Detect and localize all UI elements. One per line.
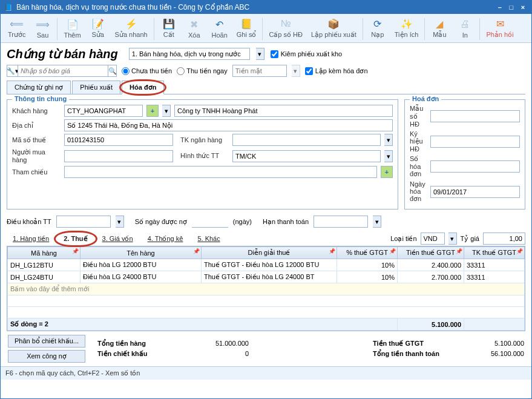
save-button[interactable]: 💾Cất bbox=[157, 16, 181, 40]
bank-label: TK ngân hàng bbox=[180, 136, 229, 143]
paytype-input[interactable] bbox=[232, 150, 381, 162]
days-input[interactable] bbox=[192, 216, 228, 228]
inv-no-input[interactable] bbox=[430, 160, 520, 173]
with-stockout-checkbox[interactable]: Kiêm phiếu xuất kho bbox=[271, 50, 342, 58]
days-unit: (ngày) bbox=[233, 218, 252, 225]
customer-name-input[interactable] bbox=[174, 105, 393, 117]
invoice-no-button[interactable]: №Cấp số HĐ bbox=[265, 16, 306, 40]
rate-input[interactable] bbox=[483, 232, 525, 245]
search-input[interactable] bbox=[18, 65, 108, 77]
arrow-right-icon: ⟹ bbox=[36, 18, 48, 30]
undo-button[interactable]: ↶Hoãn bbox=[208, 17, 232, 40]
taxcode-label: Mã số thuế bbox=[12, 136, 61, 144]
wand-icon: ✨ bbox=[401, 18, 413, 30]
terms-label: Điều khoản TT bbox=[7, 218, 51, 226]
col-taxdesc[interactable]: Diễn giải thuế📌 bbox=[202, 247, 337, 259]
col-name[interactable]: Tên hàng📌 bbox=[80, 247, 202, 259]
due-label: Hạn thanh toán bbox=[263, 218, 309, 226]
customer-code-input[interactable] bbox=[64, 105, 143, 117]
prev-button[interactable]: ⟸Trước bbox=[4, 16, 29, 40]
template-button[interactable]: ◢Mẫu bbox=[427, 16, 452, 40]
vat-label: Tiền thuế GTGT bbox=[373, 340, 445, 348]
quickedit-button[interactable]: ⚡Sửa nhanh bbox=[111, 16, 151, 40]
inv-date-label: Ngày hóa đơn bbox=[410, 180, 427, 203]
buyer-label: Người mua hàng bbox=[12, 148, 61, 163]
next-button[interactable]: ⟹Sau bbox=[30, 17, 54, 40]
tab-stats[interactable]: 4. Thống kê bbox=[142, 233, 189, 245]
terms-input[interactable] bbox=[56, 216, 111, 228]
tab-invoice[interactable]: Hóa đơn bbox=[122, 81, 164, 94]
sale-type-combo[interactable] bbox=[129, 48, 250, 60]
wrench-icon[interactable]: 🔧▾ bbox=[7, 65, 18, 77]
tab-other[interactable]: 5. Khác bbox=[191, 233, 226, 244]
col-vatamt[interactable]: Tiền thuế GTGT📌 bbox=[398, 247, 464, 259]
tab-debit-voucher[interactable]: Chứng từ ghi nợ bbox=[7, 81, 71, 94]
stockout-button[interactable]: 📦Lập phiếu xuất bbox=[307, 16, 360, 40]
invoice-legend: Hoá đơn bbox=[410, 95, 441, 103]
app-icon: 📘 bbox=[4, 4, 13, 12]
tax-grid[interactable]: Mã hàng📌 Tên hàng📌 Diễn giải thuế📌 % thu… bbox=[7, 246, 525, 331]
close-button[interactable]: × bbox=[518, 4, 528, 11]
inv-template-input[interactable] bbox=[430, 110, 520, 122]
customer-dropdown[interactable]: ▾ bbox=[162, 105, 171, 117]
refresh-icon: ⟳ bbox=[372, 18, 384, 30]
plus-doc-icon: 📄 bbox=[67, 18, 79, 30]
feedback-button[interactable]: ✉Phản hồi bbox=[482, 16, 517, 40]
taxcode-input[interactable] bbox=[64, 134, 173, 146]
col-vatpct[interactable]: % thuế GTGT📌 bbox=[337, 247, 398, 259]
bank-input[interactable] bbox=[232, 134, 381, 146]
general-legend: Thông tin chung bbox=[12, 95, 69, 102]
with-invoice-checkbox[interactable]: Lập kèm hóa đơn bbox=[305, 67, 368, 75]
paytype-dropdown[interactable]: ▾ bbox=[384, 150, 393, 162]
reference-input[interactable] bbox=[64, 166, 377, 178]
col-code[interactable]: Mã hàng📌 bbox=[8, 247, 80, 259]
tab-tax[interactable]: 2. Thuế bbox=[57, 233, 93, 245]
add-button[interactable]: 📄Thêm bbox=[60, 17, 84, 40]
total-goods-value: 51.000.000 bbox=[176, 340, 249, 348]
search-button[interactable]: 🔍▾ bbox=[108, 65, 117, 77]
print-button[interactable]: 🖨In bbox=[453, 17, 477, 40]
distribute-discount-button[interactable]: Phân bổ chiết khấu... bbox=[8, 335, 85, 348]
minimize-button[interactable]: – bbox=[495, 4, 505, 11]
grid-empty-row bbox=[8, 307, 525, 318]
grid-new-row[interactable]: Bấm vào đây để thêm mới bbox=[8, 283, 525, 295]
invoice-box: Hoá đơn Mẫu số HĐ Ký hiệu HĐ Số hóa đơn … bbox=[404, 99, 525, 209]
grid-row[interactable]: DH_LG24BTUĐiều hòa LG 24000 BTUThuế GTGT… bbox=[8, 271, 525, 283]
buyer-input[interactable] bbox=[64, 150, 173, 162]
edit-button[interactable]: 📝Sửa bbox=[86, 16, 110, 40]
number-icon: № bbox=[280, 18, 292, 30]
maximize-button[interactable]: □ bbox=[507, 4, 516, 11]
grid-row[interactable]: DH_LG12BTUĐiều hòa LG 12000 BTUThuế GTGT… bbox=[8, 259, 525, 271]
currency-dropdown[interactable]: ▾ bbox=[448, 232, 457, 245]
grand-total-value: 56.100.000 bbox=[452, 350, 524, 358]
triangle-icon: ◢ bbox=[433, 18, 445, 30]
inv-date-input[interactable] bbox=[430, 186, 520, 198]
flash-edit-icon: ⚡ bbox=[125, 18, 137, 30]
view-receivable-button[interactable]: Xem công nợ bbox=[8, 350, 85, 363]
grand-total-label: Tổng tiền thanh toán bbox=[373, 350, 445, 358]
edit-doc-icon: 📝 bbox=[92, 18, 104, 30]
due-dropdown[interactable]: ▾ bbox=[373, 216, 381, 228]
add-reference-button[interactable]: + bbox=[381, 166, 393, 178]
inv-symbol-input[interactable] bbox=[430, 136, 520, 148]
utility-button[interactable]: ✨Tiện ích bbox=[391, 16, 422, 40]
delete-button[interactable]: ✖Xóa bbox=[182, 17, 206, 40]
tab-goods[interactable]: 1. Hàng tiền bbox=[7, 233, 55, 245]
tab-stock-out[interactable]: Phiếu xuất bbox=[72, 81, 120, 94]
due-input[interactable] bbox=[314, 216, 368, 228]
not-paid-radio[interactable]: Chưa thu tiền bbox=[122, 67, 172, 75]
currency-input[interactable] bbox=[421, 232, 445, 245]
address-input[interactable] bbox=[64, 119, 393, 131]
paid-now-radio[interactable]: Thu tiền ngay bbox=[177, 67, 228, 75]
bank-dropdown[interactable]: ▾ bbox=[384, 134, 393, 146]
add-customer-button[interactable]: + bbox=[146, 105, 159, 117]
terms-dropdown[interactable]: ▾ bbox=[116, 216, 124, 228]
tab-cogs[interactable]: 3. Giá vốn bbox=[96, 233, 139, 245]
grid-total-row: Số dòng = 25.100.000 bbox=[8, 318, 525, 331]
inv-template-label: Mẫu số HĐ bbox=[410, 105, 427, 128]
col-vatacc[interactable]: TK thuế GTGT📌 bbox=[464, 247, 525, 259]
post-button[interactable]: 📒Ghi sổ bbox=[233, 16, 260, 40]
reload-button[interactable]: ⟳Nạp bbox=[366, 16, 390, 40]
page-title: Chứng từ bán hàng bbox=[7, 47, 118, 61]
sale-type-arrow[interactable]: ▾ bbox=[256, 48, 264, 60]
